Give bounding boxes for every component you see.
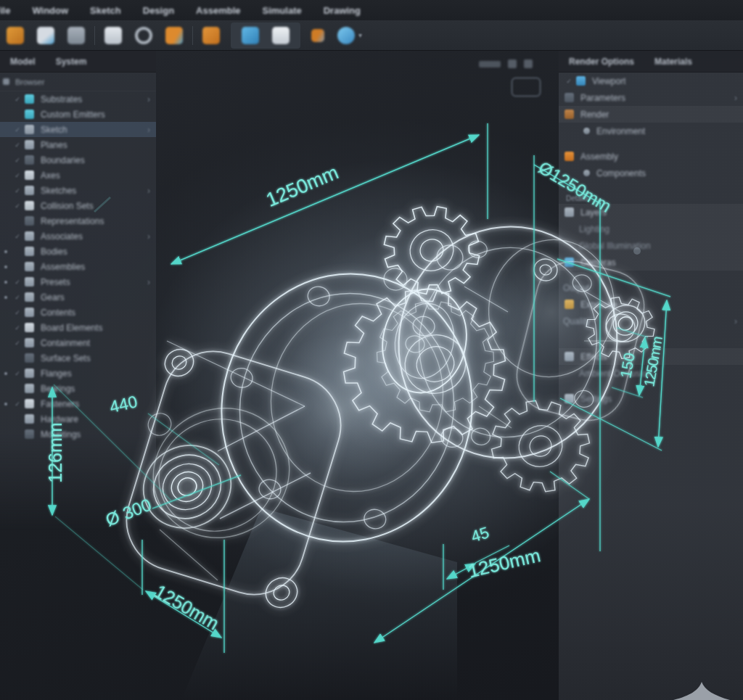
tree-item[interactable]: ✓Contents [0,305,156,320]
visibility-check-icon[interactable]: ✓ [12,309,23,316]
property-row[interactable]: Effects [559,348,743,365]
tab-render-options[interactable]: Render Options [569,57,634,67]
tree-item[interactable]: Representations [0,213,156,228]
open-folder-icon[interactable] [7,27,24,44]
property-row[interactable]: Parameters› [559,89,743,106]
property-row[interactable]: Render [559,106,743,123]
tree-item[interactable]: Surface Sets [0,350,156,366]
property-row[interactable]: Settings [559,390,743,407]
dropdown-caret-icon[interactable]: ▾ [358,31,362,39]
fullscreen-toggle-icon[interactable] [524,59,533,68]
tree-item[interactable]: ✓Axes [0,168,156,183]
tree-item[interactable]: Mountings [0,427,156,442]
property-row[interactable]: Components [559,165,743,181]
menu-item[interactable]: Sketch [90,5,121,16]
visibility-check-icon[interactable]: ✓ [12,157,23,164]
tree-item[interactable]: ✓Flanges [0,366,156,381]
property-row[interactable]: Quality› [559,313,743,329]
expand-dot-icon[interactable] [4,296,7,299]
property-row[interactable]: Environment [559,123,743,139]
tab-materials[interactable]: Materials [654,57,692,67]
menu-item[interactable]: File [0,5,10,16]
tree-item[interactable]: ✓Associates› [0,228,156,244]
view-border-widget[interactable] [511,77,541,97]
property-row[interactable]: ✓Viewport [559,73,743,89]
property-row[interactable]: Exposure [559,296,743,313]
tree-item[interactable]: ✓Sketches› [0,183,156,198]
visibility-check-icon[interactable]: ✓ [12,126,23,133]
measure-icon[interactable] [165,27,183,44]
tree-item[interactable]: ✓Presets› [0,274,156,289]
tree-item[interactable]: ✓Gears [0,289,156,305]
tree-item[interactable]: Bodies [0,244,156,259]
tab-system[interactable]: System [56,57,87,67]
visibility-check-icon[interactable]: ✓ [12,96,23,103]
link-icon[interactable] [202,27,220,44]
refresh-icon[interactable] [135,27,152,44]
property-row[interactable]: Ambient Occlusion [559,365,743,382]
visibility-check-icon[interactable]: ✓ [12,279,23,286]
visibility-check-icon[interactable]: ✓ [12,400,23,408]
tree-item[interactable]: ✓Containment [0,335,156,350]
chevron-right-icon[interactable]: › [147,94,150,104]
property-row[interactable]: Output [559,279,743,296]
expand-dot-icon[interactable] [4,403,7,405]
expand-dot-icon[interactable] [4,281,7,284]
tool-icon[interactable] [311,29,324,42]
property-row[interactable]: Global Illumination [559,237,743,254]
feature-type-icon [25,399,34,408]
insert-icon[interactable] [242,27,259,44]
property-icon [583,170,590,176]
grid-toggle-icon[interactable] [508,59,517,68]
chevron-right-icon[interactable]: › [147,231,150,242]
tree-item[interactable]: ✓Board Elements [0,320,156,335]
property-row[interactable]: Layers [559,204,743,221]
tab-model[interactable]: Model [10,57,36,67]
tree-item[interactable]: ✓Substrates› [0,91,156,107]
chevron-right-icon[interactable]: › [147,125,150,135]
tree-item[interactable]: Custom Emitters [0,107,156,122]
expand-dot-icon[interactable] [4,372,7,375]
property-label: Settings [580,394,612,404]
user-icon[interactable] [67,27,85,44]
visibility-check-icon[interactable]: ✓ [12,233,23,240]
print-icon[interactable] [37,27,54,44]
visibility-check-icon[interactable]: ✓ [12,172,23,179]
property-icon [565,258,574,267]
checkbox-icon[interactable]: ✓ [563,78,575,85]
visibility-check-icon[interactable]: ✓ [12,324,23,332]
tree-item[interactable]: ✓Fasteners [0,396,156,411]
visibility-check-icon[interactable]: ✓ [12,294,23,301]
visibility-check-icon[interactable]: ✓ [12,202,23,210]
document-icon[interactable] [272,27,290,44]
tree-item[interactable]: ✓Collision Sets [0,198,156,213]
tree-item[interactable]: ✓Planes [0,137,156,152]
property-row[interactable]: Lighting [559,221,743,237]
expand-dot-icon[interactable] [4,250,7,253]
tree-item[interactable]: ✓Sketch› [0,122,156,137]
visibility-check-icon[interactable]: ✓ [12,187,23,194]
chevron-right-icon[interactable]: › [734,93,737,103]
tree-item[interactable]: Assemblies [0,259,156,274]
visibility-check-icon[interactable]: ✓ [12,141,23,149]
expand-dot-icon[interactable] [4,265,7,268]
chevron-right-icon[interactable]: › [147,186,150,196]
tree-item[interactable]: Bearings [0,381,156,396]
menu-item[interactable]: Design [143,5,174,16]
tree-item[interactable]: Hardware [0,411,156,427]
menu-item[interactable]: Assemble [196,5,240,16]
visibility-check-icon[interactable]: ✓ [12,339,23,347]
tree-item[interactable]: ✓Boundaries [0,152,156,168]
property-icon [565,352,574,361]
property-row[interactable]: Cameras [559,254,743,271]
menu-item[interactable]: Window [32,5,68,16]
render-gem-icon[interactable] [337,27,355,44]
chevron-right-icon[interactable]: › [734,316,737,326]
property-row[interactable]: Assembly [559,148,743,165]
chevron-right-icon[interactable]: › [147,277,150,287]
edit-clipboard-icon[interactable] [104,27,122,44]
menu-item[interactable]: Simulate [263,5,302,16]
menu-item[interactable]: Drawing [324,5,361,16]
zoom-level-indicator[interactable] [479,61,501,67]
visibility-check-icon[interactable]: ✓ [12,370,23,377]
